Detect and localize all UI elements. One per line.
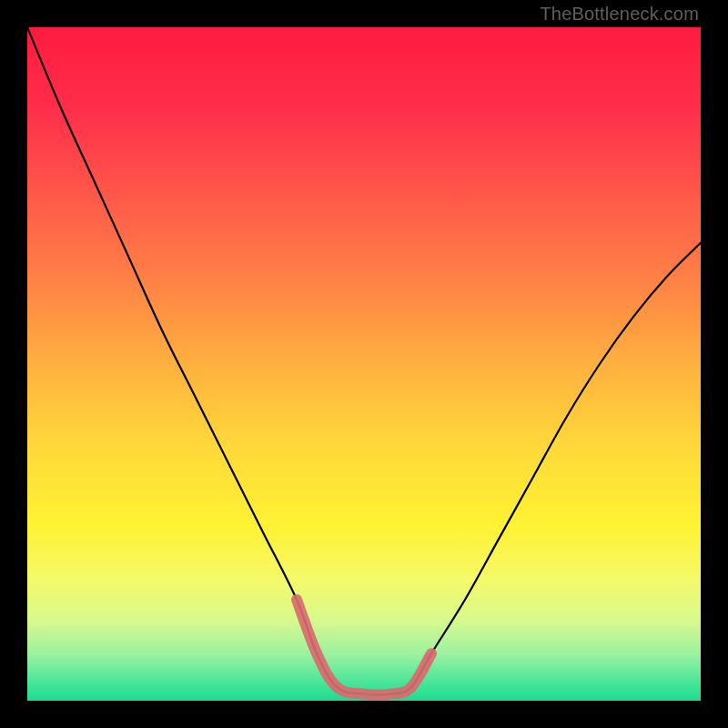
bottleneck-curve [27, 27, 701, 695]
chart-frame: TheBottleneck.com [0, 0, 728, 728]
ideal-zone-curve [297, 600, 431, 695]
watermark-text: TheBottleneck.com [540, 4, 699, 25]
plot-area [27, 27, 701, 701]
chart-curves [27, 27, 701, 701]
